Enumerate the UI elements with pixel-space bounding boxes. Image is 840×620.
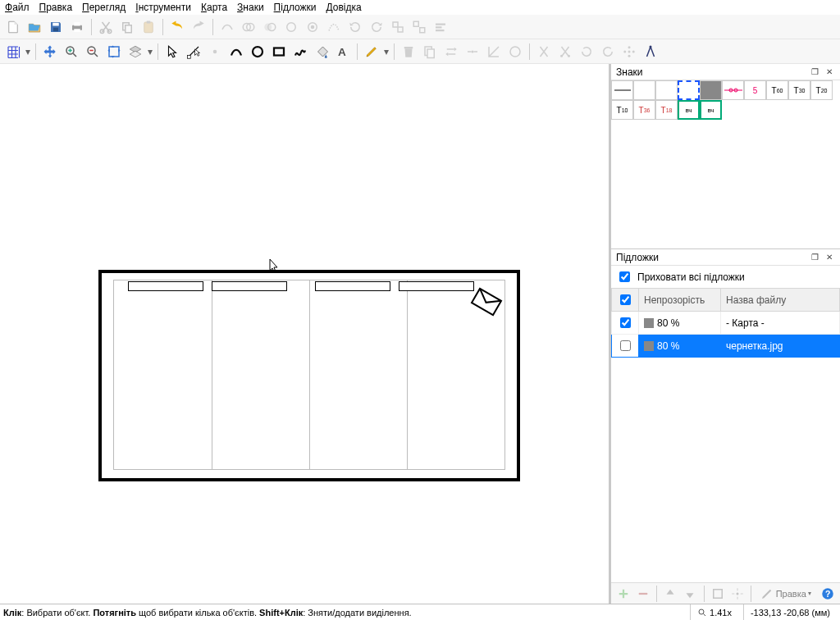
- pan-button[interactable]: [40, 42, 60, 62]
- distribute-button[interactable]: [619, 42, 639, 62]
- rotate-cw-button[interactable]: [598, 42, 618, 62]
- copy-button[interactable]: [117, 17, 137, 37]
- swap-button[interactable]: [441, 42, 461, 62]
- sign-selected[interactable]: [678, 80, 700, 100]
- menu-view[interactable]: Перегляд: [82, 2, 126, 13]
- rotate-left-button[interactable]: [345, 17, 365, 37]
- col-opacity[interactable]: Непрозорість: [639, 289, 721, 312]
- zoom-out-button[interactable]: [83, 42, 103, 62]
- group-button[interactable]: [388, 17, 408, 37]
- sign-line[interactable]: [611, 80, 633, 100]
- menu-help[interactable]: Довідка: [326, 2, 362, 13]
- status-zoom[interactable]: 1.41x: [690, 604, 738, 620]
- sign-t36[interactable]: T36: [633, 100, 655, 120]
- delete-button[interactable]: [399, 42, 418, 62]
- sign-dark[interactable]: [700, 80, 722, 100]
- scissors-2-button[interactable]: [555, 42, 575, 62]
- cut-button[interactable]: [96, 17, 116, 37]
- sign-t18[interactable]: T18: [655, 100, 678, 120]
- layer-draft-checkbox[interactable]: [620, 340, 631, 351]
- title-box-2[interactable]: [212, 281, 287, 291]
- hide-all-layers-row[interactable]: Приховати всі підложки: [611, 266, 840, 288]
- sign-blank-2[interactable]: [655, 80, 678, 100]
- select-tool-button[interactable]: [162, 42, 182, 62]
- save-button[interactable]: [46, 17, 66, 37]
- rotate-right-button[interactable]: [367, 17, 386, 37]
- redo-button[interactable]: [189, 17, 208, 37]
- envelope-symbol[interactable]: [469, 286, 504, 317]
- sign-t20[interactable]: T20: [810, 80, 833, 100]
- sign-t30[interactable]: T30: [788, 80, 810, 100]
- grid-button[interactable]: [3, 42, 23, 62]
- layer-down-button[interactable]: [681, 584, 699, 604]
- layer-remove-button[interactable]: [634, 584, 652, 604]
- sign-5[interactable]: 5: [744, 80, 766, 100]
- canvas[interactable]: [0, 64, 610, 604]
- convert-curve-button[interactable]: [324, 17, 344, 37]
- menu-map[interactable]: Карта: [201, 2, 227, 13]
- ungroup-button[interactable]: [409, 17, 429, 37]
- rect-tool-button[interactable]: [269, 42, 289, 62]
- menu-signs[interactable]: Знаки: [237, 2, 264, 13]
- align-button[interactable]: [431, 17, 450, 37]
- layers-dropdown[interactable]: ▾: [147, 46, 153, 57]
- signs-undock-icon[interactable]: ❐: [809, 66, 820, 78]
- sign-blank-1[interactable]: [633, 80, 655, 100]
- col-check[interactable]: [612, 289, 639, 312]
- menu-edit[interactable]: Правка: [39, 2, 73, 13]
- zoom-fit-button[interactable]: [104, 42, 124, 62]
- sign-chain[interactable]: [722, 80, 744, 100]
- snap-button[interactable]: [484, 42, 504, 62]
- help-button[interactable]: ?: [819, 584, 837, 604]
- circle-mod-button[interactable]: [505, 42, 525, 62]
- shape-subtract-button[interactable]: [281, 17, 301, 37]
- sign-bc2[interactable]: вч: [700, 100, 722, 120]
- title-box-1[interactable]: [128, 281, 203, 291]
- layer-up-button[interactable]: [661, 584, 679, 604]
- point-tool-button[interactable]: [205, 42, 225, 62]
- shape-intersect-button[interactable]: [260, 17, 280, 37]
- hide-all-checkbox[interactable]: [619, 271, 630, 282]
- open-file-button[interactable]: [25, 17, 44, 37]
- layer-map-checkbox[interactable]: [620, 317, 631, 328]
- layer-center-button[interactable]: [728, 584, 746, 604]
- pencil-dropdown[interactable]: ▾: [383, 46, 390, 57]
- layer-edit-button[interactable]: Правка ▾: [756, 584, 815, 604]
- shape-merge-button[interactable]: [239, 17, 258, 37]
- shape-xor-button[interactable]: [303, 17, 322, 37]
- sign-bc1[interactable]: вч: [678, 100, 700, 120]
- map-frame[interactable]: [98, 270, 520, 481]
- layer-add-button[interactable]: [614, 584, 632, 604]
- layer-row-draft[interactable]: 80 % чернетка.jpg: [612, 335, 840, 358]
- text-tool-button[interactable]: A: [333, 42, 353, 62]
- layer-fit-button[interactable]: [708, 584, 726, 604]
- col-filename[interactable]: Назва файлу: [721, 289, 840, 312]
- title-box-3[interactable]: [315, 281, 390, 291]
- grid-dropdown[interactable]: ▾: [25, 46, 31, 57]
- sign-t10[interactable]: T10: [611, 100, 633, 120]
- layers-close-icon[interactable]: ✕: [824, 252, 835, 263]
- menu-tools[interactable]: Інструменти: [135, 2, 191, 13]
- fill-tool-button[interactable]: [312, 42, 331, 62]
- compass-button[interactable]: [641, 42, 660, 62]
- circle-tool-button[interactable]: [248, 42, 267, 62]
- print-button[interactable]: [67, 17, 87, 37]
- layers-undock-icon[interactable]: ❐: [809, 252, 820, 263]
- layer-row-map[interactable]: 80 % - Карта -: [612, 312, 840, 335]
- line-tool-button[interactable]: [226, 42, 246, 62]
- shape-cut-button[interactable]: [217, 17, 237, 37]
- undo-button[interactable]: [167, 17, 187, 37]
- duplicate-button[interactable]: [420, 42, 440, 62]
- join-button[interactable]: [463, 42, 482, 62]
- menu-layers[interactable]: Підложки: [274, 2, 317, 13]
- layers-toggle-button[interactable]: [126, 42, 145, 62]
- title-box-4[interactable]: [399, 281, 474, 291]
- menu-file[interactable]: Файл: [5, 2, 30, 13]
- sign-t60[interactable]: T60: [766, 80, 788, 100]
- signs-close-icon[interactable]: ✕: [824, 66, 835, 78]
- paste-button[interactable]: [139, 17, 158, 37]
- new-file-button[interactable]: [3, 17, 23, 37]
- pencil-tool-button[interactable]: [362, 42, 381, 62]
- scissors-1-button[interactable]: [534, 42, 554, 62]
- node-tool-button[interactable]: [184, 42, 203, 62]
